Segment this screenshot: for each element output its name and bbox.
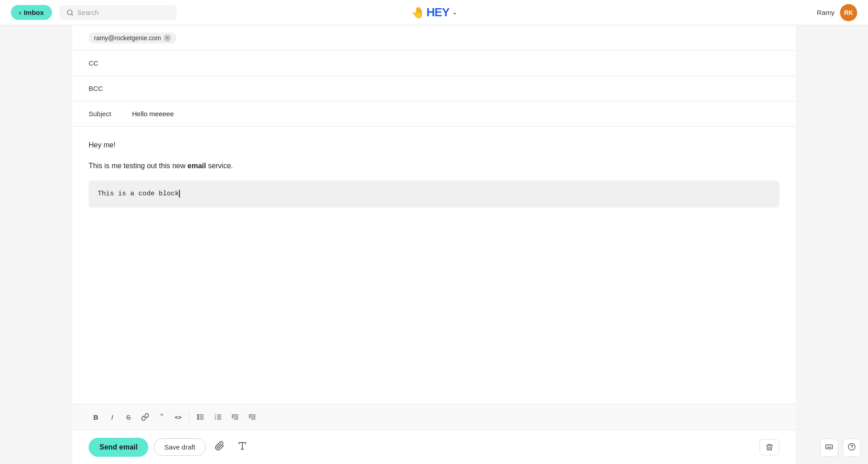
indent-increase-button[interactable] bbox=[245, 410, 260, 424]
link-button[interactable] bbox=[137, 410, 153, 424]
svg-point-6 bbox=[198, 417, 198, 417]
hey-hand-icon: 🤚 bbox=[411, 6, 425, 19]
remove-recipient-icon[interactable]: ✕ bbox=[164, 34, 171, 42]
help-button[interactable] bbox=[843, 439, 861, 457]
cc-row: CC bbox=[72, 51, 796, 76]
bcc-row: BCC bbox=[72, 76, 796, 101]
indent-decrease-button[interactable] bbox=[227, 410, 243, 424]
cc-label: CC bbox=[89, 59, 125, 67]
avatar-initials: RK bbox=[844, 9, 853, 16]
subject-row: Subject Hello meeeee bbox=[72, 101, 796, 127]
svg-point-5 bbox=[198, 414, 198, 415]
font-size-icon bbox=[237, 441, 247, 451]
link-icon bbox=[141, 413, 149, 421]
body-text-bold: email bbox=[188, 162, 206, 170]
to-row: ramy@rocketgenie.com ✕ bbox=[72, 25, 796, 51]
nav-left: ‹ Imbox Search bbox=[11, 5, 177, 20]
numbered-list-button[interactable]: 1 2 3 bbox=[210, 410, 226, 424]
logo-text: HEY bbox=[426, 5, 449, 19]
logo-chevron-icon: ⌄ bbox=[452, 9, 457, 16]
inbox-label: Imbox bbox=[24, 9, 44, 16]
help-icon bbox=[848, 443, 856, 451]
trash-icon bbox=[765, 443, 774, 451]
paperclip-icon bbox=[215, 441, 225, 451]
svg-text:3: 3 bbox=[215, 417, 216, 420]
toolbar-divider bbox=[189, 412, 189, 421]
indent-increase-icon bbox=[248, 413, 256, 421]
formatting-toolbar: B I S " <> 1 2 bbox=[72, 404, 796, 430]
keyboard-shortcut-button[interactable] bbox=[820, 439, 838, 457]
user-name: Ramy bbox=[817, 9, 835, 16]
search-bar[interactable]: Search bbox=[59, 5, 177, 20]
avatar: RK bbox=[840, 4, 857, 21]
body-text: This is me testing out this new email se… bbox=[89, 160, 779, 172]
italic-button[interactable]: I bbox=[105, 410, 119, 424]
main-content: ramy@rocketgenie.com ✕ CC BCC Subject He… bbox=[0, 25, 868, 464]
compose-area: ramy@rocketgenie.com ✕ CC BCC Subject He… bbox=[72, 25, 796, 464]
subject-value: Hello meeeee bbox=[132, 110, 174, 118]
save-draft-button[interactable]: Save draft bbox=[154, 438, 205, 456]
numbered-list-icon: 1 2 3 bbox=[214, 413, 222, 421]
chevron-left-icon: ‹ bbox=[19, 9, 21, 16]
body-text-before: This is me testing out this new bbox=[89, 162, 188, 170]
keyboard-icon bbox=[825, 443, 833, 451]
code-button[interactable]: <> bbox=[171, 410, 185, 424]
nav-right: Ramy RK bbox=[817, 4, 857, 21]
svg-rect-22 bbox=[826, 445, 833, 449]
cursor bbox=[179, 190, 184, 198]
sidebar bbox=[0, 25, 72, 464]
bottom-right-icons bbox=[820, 439, 861, 457]
nav-center: 🤚 HEY ⌄ bbox=[411, 5, 456, 19]
svg-line-1 bbox=[71, 14, 73, 15]
bold-button[interactable]: B bbox=[89, 410, 103, 424]
indent-decrease-icon bbox=[231, 413, 239, 421]
attach-button[interactable] bbox=[211, 437, 228, 457]
top-nav: ‹ Imbox Search 🤚 HEY ⌄ Ramy RK bbox=[0, 0, 868, 25]
hey-logo: 🤚 HEY ⌄ bbox=[411, 5, 456, 19]
delete-draft-button[interactable] bbox=[760, 439, 779, 455]
code-block: This is a code block bbox=[89, 180, 779, 208]
search-placeholder: Search bbox=[77, 9, 99, 16]
quote-button[interactable]: " bbox=[155, 410, 169, 424]
send-email-button[interactable]: Send email bbox=[89, 438, 148, 457]
action-bar: Send email Save draft bbox=[72, 430, 796, 464]
bullet-list-button[interactable] bbox=[193, 410, 208, 424]
inbox-button[interactable]: ‹ Imbox bbox=[11, 5, 52, 20]
svg-point-7 bbox=[198, 418, 198, 419]
code-block-text: This is a code block bbox=[98, 190, 179, 198]
bullet-list-icon bbox=[197, 413, 205, 421]
search-icon bbox=[66, 9, 74, 16]
right-sidebar bbox=[796, 25, 868, 464]
strikethrough-button[interactable]: S bbox=[121, 410, 136, 424]
font-size-button[interactable] bbox=[234, 437, 251, 457]
email-body[interactable]: Hey me! This is me testing out this new … bbox=[72, 127, 796, 404]
subject-label: Subject bbox=[89, 110, 125, 118]
bcc-label: BCC bbox=[89, 85, 125, 92]
body-greeting: Hey me! bbox=[89, 139, 779, 151]
body-text-after: service. bbox=[206, 162, 233, 170]
to-chip: ramy@rocketgenie.com ✕ bbox=[89, 33, 176, 43]
to-email: ramy@rocketgenie.com bbox=[94, 34, 161, 42]
